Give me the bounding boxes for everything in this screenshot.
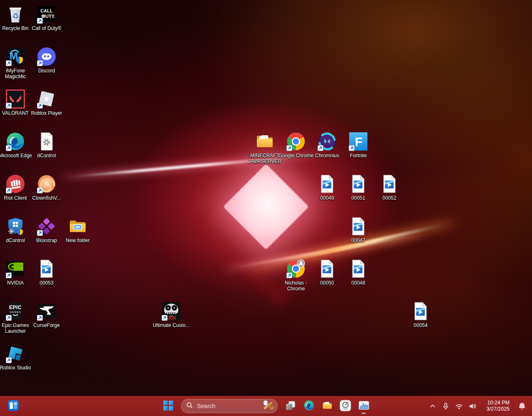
fortnite-icon: F (348, 131, 368, 151)
start-button[interactable] (160, 398, 177, 414)
curseforge-icon (37, 301, 57, 321)
microsoft-edge-icon (303, 400, 315, 412)
bell-icon (518, 402, 526, 410)
dcontrol-shield-icon (5, 216, 25, 236)
search-box[interactable] (181, 399, 278, 413)
desktop-icon-label: 00051 (351, 195, 365, 201)
desktop-icon-video-00047[interactable]: 00047 (340, 216, 377, 243)
edge-taskbar-button[interactable] (300, 398, 317, 414)
shortcut-arrow-icon (6, 188, 12, 193)
shortcut-arrow-icon (6, 315, 12, 321)
running-indicator (362, 413, 366, 414)
desktop-icon-video-00052[interactable]: 00052 (371, 174, 408, 201)
discord-icon (37, 47, 57, 67)
desktop-icon-label: 00054 (414, 322, 427, 328)
valorant-icon (5, 89, 25, 109)
shortcut-arrow-icon (37, 315, 43, 321)
desktop-icon-label: New folder (66, 238, 89, 243)
shortcut-arrow-icon (286, 145, 292, 151)
svg-text:UCN: UCN (167, 316, 176, 320)
folder-icon (68, 216, 88, 236)
desktop-icon-video-00054[interactable]: 00054 (402, 301, 439, 328)
nvidia-icon (5, 259, 25, 279)
desktop-icon-label: NVIDIA (7, 280, 24, 286)
desktop-icon-curseforge[interactable]: CurseForge (28, 301, 65, 328)
windows-logo-icon (163, 400, 174, 412)
task-view-icon (285, 400, 296, 412)
desktop-icon-label: VALORANT (2, 110, 29, 116)
microphone-icon (442, 402, 450, 410)
taskbar: 10:24 PM 3/27/2025 (0, 396, 532, 416)
chromnius-icon (317, 131, 337, 151)
desktop-icon-label: ClownfishV... (32, 195, 61, 201)
desktop-icon-discord[interactable]: Discord (28, 47, 65, 74)
shortcut-arrow-icon (37, 103, 43, 109)
desktop-icon-label: dControl (6, 238, 25, 243)
bing-daily-baseball-icon (262, 399, 275, 413)
task-manager-button[interactable] (355, 398, 372, 414)
desktop-icon-dcontrol-document[interactable]: dControl (28, 131, 65, 158)
clock-date: 3/27/2025 (486, 406, 510, 412)
svg-text:♻: ♻ (12, 12, 19, 20)
desktop-icon-call-of-duty[interactable]: CALL OF DUTY. Call of Duty® (28, 4, 65, 31)
desktop-icon-video-00048[interactable]: 00048 (340, 259, 377, 286)
desktop-icon-label: 00048 (351, 280, 365, 286)
desktop-icon-label: 00052 (382, 195, 396, 201)
desktop-icon-fortnite[interactable]: F Fortnite (340, 131, 377, 158)
tray-microphone-button[interactable] (439, 398, 452, 414)
roblox-player-icon (37, 89, 57, 109)
google-chrome-icon (286, 131, 306, 151)
taskbar-clock[interactable]: 10:24 PM 3/27/2025 (484, 399, 512, 413)
shortcut-arrow-icon (6, 145, 12, 151)
task-manager-icon (358, 400, 369, 412)
shortcut-arrow-icon (286, 272, 292, 278)
tray-chevron-up-button[interactable] (426, 398, 439, 414)
shortcut-arrow-icon (162, 315, 167, 321)
nicholas-chrome-icon (286, 259, 306, 279)
imyfone-magicmic-icon: M (5, 47, 25, 67)
desktop-icon-label: Discord (38, 68, 55, 74)
tray-volume-button[interactable] (466, 398, 480, 414)
video-file-icon (348, 259, 368, 279)
desktop-icon-label: Recycle Bin (2, 25, 28, 31)
shortcut-arrow-icon (37, 188, 43, 193)
desktop-icon-label: Roblox Studio (0, 365, 31, 371)
desktop-icon-ultimate-custom-night[interactable]: UCN Ultimate Custo... (153, 301, 190, 328)
video-file-icon (379, 174, 399, 194)
notification-bell-button[interactable] (515, 398, 529, 414)
desktop-icon-label: 00047 (351, 238, 365, 243)
clock-time: 10:24 PM (486, 400, 510, 406)
desktop-icon-video-00053[interactable]: 00053 (28, 259, 65, 286)
chevron-up-icon (429, 402, 437, 410)
svg-text:DUTY.: DUTY. (42, 14, 55, 19)
roblox-studio-icon (5, 344, 25, 364)
shortcut-arrow-icon (6, 272, 12, 278)
shortcut-arrow-icon (349, 145, 355, 151)
shortcut-arrow-icon (318, 145, 323, 151)
gauge-app-button[interactable] (337, 398, 354, 414)
desktop-icon-label: Bloxstrap (36, 238, 57, 243)
system-tray: 10:24 PM 3/27/2025 (426, 396, 529, 416)
svg-text:EPIC: EPIC (9, 305, 22, 310)
desktop-icon-new-folder[interactable]: New folder (59, 216, 96, 243)
desktop-icon-label: Microsoft Edge (0, 153, 32, 158)
video-file-icon (317, 174, 337, 194)
search-input[interactable] (196, 402, 262, 410)
widgets-button[interactable] (5, 398, 22, 414)
shortcut-arrow-icon (37, 18, 43, 24)
folder-icon (255, 131, 275, 151)
desktop-icon-roblox-player[interactable]: Roblox Player (28, 89, 65, 116)
desktop-icon-label: 00053 (39, 280, 53, 286)
video-file-icon (348, 216, 368, 236)
file-explorer-button[interactable] (319, 398, 335, 414)
volume-icon (468, 402, 477, 410)
desktop-icon-label: Chromnius (315, 153, 339, 158)
tray-wifi-button[interactable] (452, 398, 466, 414)
desktop-icon-label: Fortnite (350, 153, 367, 158)
desktop-icon-label: dControl (37, 153, 56, 158)
desktop-icon-clownfish[interactable]: ClownfishV... (28, 174, 65, 201)
riot-client-icon (5, 174, 25, 194)
clownfish-voice-changer-icon (37, 174, 57, 194)
task-view-button[interactable] (282, 398, 299, 414)
desktop-icon-roblox-studio[interactable]: Roblox Studio (0, 344, 34, 371)
